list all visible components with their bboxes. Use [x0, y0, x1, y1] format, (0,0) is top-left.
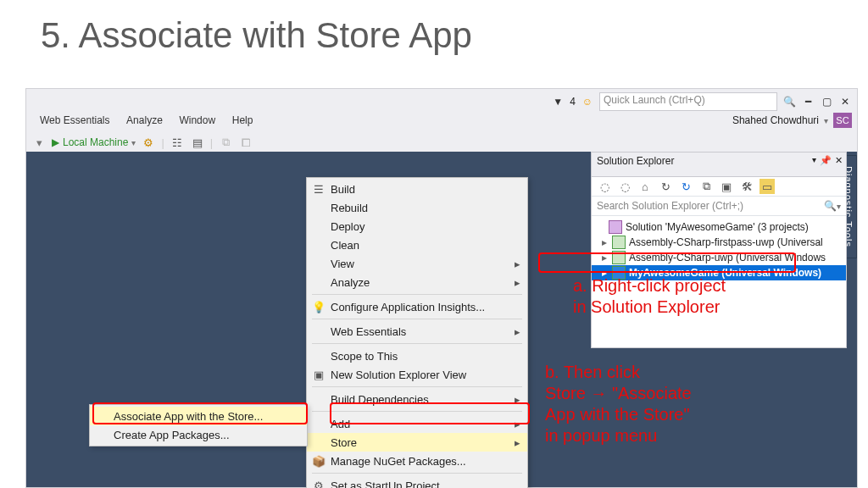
- solution-explorer-title: Solution Explorer: [597, 155, 674, 167]
- ctx-new-solx-view[interactable]: ▣New Solution Explorer View: [307, 365, 527, 384]
- showall-icon[interactable]: ⧉: [698, 179, 714, 194]
- nuget-icon: 📦: [312, 455, 326, 468]
- sub-create-packages[interactable]: Create App Packages...: [90, 425, 307, 444]
- tree-solution[interactable]: Solution 'MyAwesomeGame' (3 projects): [592, 219, 846, 235]
- ctx-clean[interactable]: Clean: [307, 236, 527, 254]
- properties-icon[interactable]: 🛠: [739, 179, 754, 194]
- preview-icon[interactable]: ▭: [760, 179, 775, 194]
- ctx-nuget[interactable]: 📦Manage NuGet Packages...: [307, 452, 527, 470]
- ctx-web-essentials[interactable]: Web Essentials▸: [307, 322, 527, 341]
- ctx-scope[interactable]: Scope to This: [307, 347, 527, 365]
- menu-web-essentials[interactable]: Web Essentials: [33, 113, 116, 128]
- ctx-startup[interactable]: ⚙Set as StartUp Project: [307, 476, 527, 488]
- lightbulb-icon: 💡: [312, 301, 326, 313]
- pin-icon[interactable]: 📌: [820, 155, 832, 166]
- user-area[interactable]: Shahed Chowdhuri ▾ SC: [732, 113, 852, 128]
- filter-icon[interactable]: ▼: [551, 95, 565, 108]
- tree-project-2-label: Assembly-CSharp-uwp (Universal Windows: [629, 252, 826, 263]
- annotation-b: b. Then click Store → "Associate App wit…: [545, 362, 692, 446]
- maximize-button[interactable]: ▢: [820, 95, 833, 108]
- user-dropdown-icon[interactable]: ▾: [824, 116, 828, 125]
- search-dropdown-icon[interactable]: ▾: [837, 202, 841, 211]
- collapse-icon[interactable]: ▣: [719, 179, 734, 194]
- search-icon[interactable]: 🔍: [824, 200, 837, 212]
- run-target: Local Machine: [63, 136, 128, 148]
- ctx-analyze[interactable]: Analyze▸: [307, 273, 527, 291]
- solution-explorer-search[interactable]: Search Solution Explorer (Ctrl+;) 🔍 ▾: [592, 197, 846, 216]
- ctx-view[interactable]: View▸: [307, 254, 527, 273]
- feedback-icon[interactable]: ☺: [581, 95, 594, 108]
- run-button[interactable]: ▶ Local Machine ▾: [52, 136, 136, 148]
- back-icon[interactable]: ◌: [597, 179, 612, 194]
- submenu-arrow-icon: ▸: [515, 436, 520, 449]
- refresh-icon[interactable]: ↻: [678, 179, 693, 194]
- home-icon[interactable]: ⌂: [637, 179, 653, 194]
- slide-title: 5. Associate with Store App: [41, 15, 472, 56]
- tree-solution-label: Solution 'MyAwesomeGame' (3 projects): [626, 221, 809, 233]
- visual-studio-window: ▼ 4 ☺ Quick Launch (Ctrl+Q) 🔍 ━ ▢ ✕ Web …: [25, 88, 858, 488]
- solution-icon: [609, 220, 622, 234]
- user-avatar[interactable]: SC: [833, 113, 852, 128]
- submenu-arrow-icon: ▸: [515, 258, 520, 270]
- submenu-arrow-icon: ▸: [515, 276, 520, 289]
- toolbar-grid-icon[interactable]: ▤: [190, 135, 205, 150]
- tree-project-2[interactable]: ▸ Assembly-CSharp-uwp (Universal Windows: [592, 250, 846, 265]
- submenu-arrow-icon: ▸: [515, 418, 520, 430]
- close-button[interactable]: ✕: [838, 95, 852, 108]
- toolbar-dropdown[interactable]: ▾: [31, 135, 47, 150]
- panel-close-icon[interactable]: ✕: [835, 155, 843, 166]
- menu-analyze[interactable]: Analyze: [120, 113, 170, 128]
- ctx-add[interactable]: Add▸: [307, 414, 527, 433]
- solution-explorer-panel: Solution Explorer ▾ 📌 ✕ ◌ ◌ ⌂ ↻ ↻ ⧉ ▣ 🛠 …: [591, 152, 847, 348]
- ctx-store[interactable]: Store▸: [307, 433, 527, 452]
- solution-explorer-titlebar: Solution Explorer ▾ 📌 ✕: [592, 152, 846, 177]
- expand-icon[interactable]: ▸: [600, 252, 609, 263]
- toolbar-align-icon[interactable]: ☷: [170, 135, 185, 150]
- annotation-a: a. Right-click project in Solution Explo…: [573, 275, 726, 318]
- submenu-arrow-icon: ▸: [515, 325, 520, 338]
- toolbar-misc1[interactable]: ⧉: [218, 135, 233, 150]
- context-menu: ☰Build Rebuild Deploy Clean View▸ Analyz…: [306, 177, 528, 488]
- csharp-project-icon: [612, 236, 626, 249]
- search-placeholder: Search Solution Explorer (Ctrl+;): [597, 200, 824, 212]
- sub-associate[interactable]: Associate App with the Store...: [90, 407, 307, 425]
- solution-tree: Solution 'MyAwesomeGame' (3 projects) ▸ …: [592, 216, 846, 284]
- toolbar-misc2[interactable]: ⧠: [238, 135, 253, 150]
- expand-icon[interactable]: ▸: [600, 236, 609, 248]
- ctx-insights[interactable]: 💡Configure Application Insights...: [307, 297, 527, 316]
- solution-explorer-toolbar: ◌ ◌ ⌂ ↻ ↻ ⧉ ▣ 🛠 ▭: [592, 177, 846, 197]
- sync-icon[interactable]: ↻: [658, 179, 673, 194]
- quick-launch-input[interactable]: Quick Launch (Ctrl+Q): [599, 92, 777, 111]
- user-name: Shahed Chowdhuri: [732, 114, 819, 126]
- filter-count: 4: [570, 96, 576, 108]
- ctx-deploy[interactable]: Deploy: [307, 217, 527, 236]
- window-icon: ▣: [312, 369, 326, 381]
- quick-launch-search-icon[interactable]: 🔍: [782, 95, 796, 108]
- ctx-rebuild[interactable]: Rebuild: [307, 198, 527, 217]
- minimize-button[interactable]: ━: [801, 95, 815, 108]
- play-icon: ▶: [52, 136, 59, 148]
- titlebar: ▼ 4 ☺ Quick Launch (Ctrl+Q) 🔍 ━ ▢ ✕: [26, 89, 857, 111]
- toolbar-config-icon[interactable]: ⚙: [141, 135, 156, 150]
- run-dropdown-icon[interactable]: ▾: [131, 138, 136, 147]
- tree-project-1[interactable]: ▸ Assembly-CSharp-firstpass-uwp (Univers…: [592, 235, 846, 250]
- store-submenu: Associate App with the Store... Create A…: [89, 404, 308, 446]
- ctx-build[interactable]: ☰Build: [307, 180, 527, 198]
- menu-help[interactable]: Help: [225, 113, 260, 128]
- build-icon: ☰: [312, 183, 326, 196]
- ctx-build-deps[interactable]: Build Dependencies▸: [307, 390, 527, 408]
- gear-icon: ⚙: [312, 480, 326, 489]
- tree-project-1-label: Assembly-CSharp-firstpass-uwp (Universal: [629, 236, 823, 248]
- submenu-arrow-icon: ▸: [515, 393, 520, 406]
- csharp-project-icon: [612, 251, 626, 264]
- panel-menu-icon[interactable]: ▾: [812, 155, 816, 166]
- forward-icon[interactable]: ◌: [617, 179, 632, 194]
- menu-window[interactable]: Window: [172, 113, 222, 128]
